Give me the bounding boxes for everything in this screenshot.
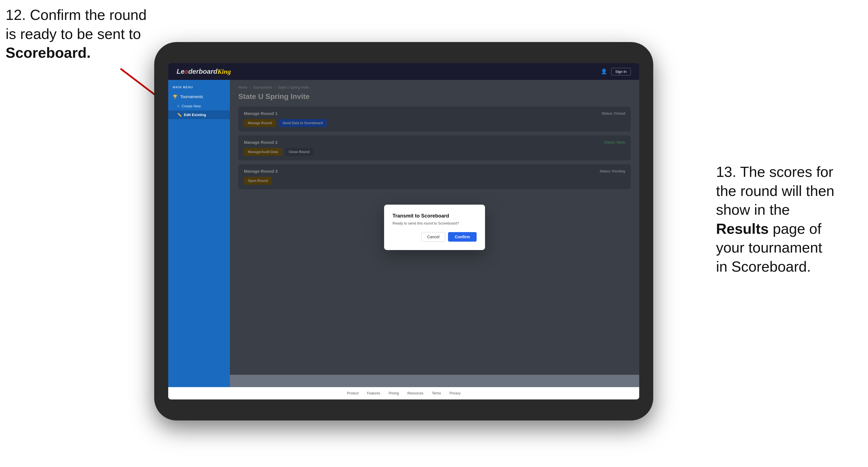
modal-dialog: Transmit to Scoreboard Ready to send thi… [384,205,485,250]
annotation-top: 12. Confirm the round is ready to be sen… [6,6,147,63]
sign-in-button[interactable]: Sign In [611,68,631,75]
tablet-screen: LeaderboardKing 👤 Sign In MAIN MENU 🏆 To… [168,63,639,400]
footer-privacy[interactable]: Privacy [450,391,460,395]
main-content: MAIN MENU 🏆 Tournaments + Create New ✏️ … [168,80,639,387]
modal-title: Transmit to Scoreboard [393,213,476,219]
logo-area: LeaderboardKing [177,67,231,75]
edit-icon: ✏️ [177,113,182,117]
user-icon: 👤 [601,68,607,74]
page-content: Home › Tournaments › State U Spring Invi… [230,80,639,387]
footer: Product Features Pricing Resources Terms… [168,387,639,400]
annotation-bottom-line1: 13. The scores forthe round will thensho… [716,164,834,275]
modal-confirm-button[interactable]: Confirm [448,232,476,242]
modal-cancel-button[interactable]: Cancel [422,232,445,242]
annotation-top-line1: 12. Confirm the round [6,7,147,23]
sidebar-sub-item-create-new[interactable]: + Create New [168,102,230,111]
footer-product[interactable]: Product [347,391,359,395]
sidebar-sub-item-edit-existing[interactable]: ✏️ Edit Existing [168,111,230,119]
annotation-top-line2: is ready to be sent to [6,26,141,42]
footer-features[interactable]: Features [367,391,380,395]
modal-actions: Cancel Confirm [393,232,476,242]
logo: LeaderboardKing [177,67,231,75]
footer-resources[interactable]: Resources [407,391,423,395]
footer-pricing[interactable]: Pricing [389,391,399,395]
modal-overlay: Transmit to Scoreboard Ready to send thi… [230,80,639,375]
annotation-top-bold: Scoreboard. [6,44,91,61]
annotation-bottom: 13. The scores forthe round will thensho… [716,163,834,276]
sidebar-tournaments-label: Tournaments [180,94,203,99]
plus-icon: + [177,104,180,108]
tablet-frame: LeaderboardKing 👤 Sign In MAIN MENU 🏆 To… [154,42,653,421]
logo-king: King [217,68,231,75]
sidebar-item-tournaments[interactable]: 🏆 Tournaments [168,92,230,102]
edit-existing-label: Edit Existing [184,113,206,117]
modal-subtitle: Ready to send this round to Scoreboard? [393,221,476,225]
app-header: LeaderboardKing 👤 Sign In [168,63,639,80]
sidebar: MAIN MENU 🏆 Tournaments + Create New ✏️ … [168,80,230,387]
create-new-label: Create New [182,104,201,108]
trophy-icon: 🏆 [173,94,178,99]
footer-terms[interactable]: Terms [432,391,441,395]
main-menu-label: MAIN MENU [168,86,230,92]
header-right: 👤 Sign In [601,68,631,75]
